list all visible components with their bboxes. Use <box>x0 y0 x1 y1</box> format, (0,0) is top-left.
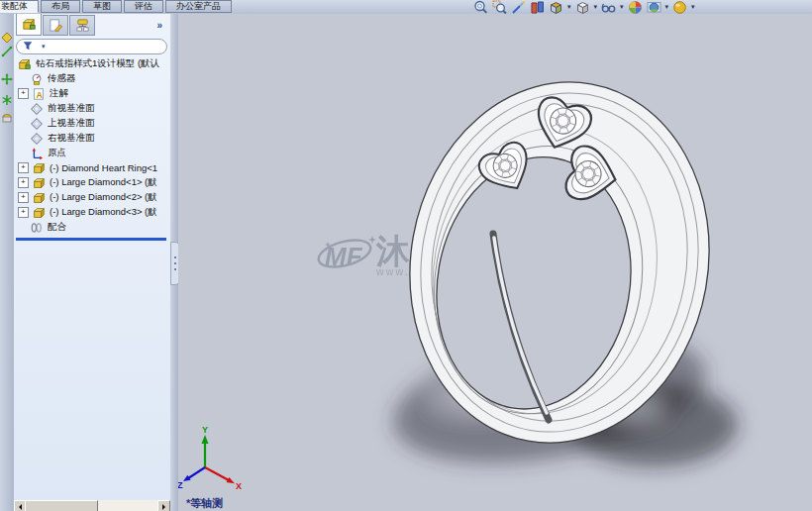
tree-row-large-diamond-2[interactable]: +(-) Large Diamond<2> (默 <box>14 190 170 205</box>
edit-appearance-icon[interactable] <box>628 0 643 15</box>
panel-tab-configuration-manager[interactable] <box>69 15 95 36</box>
tree-row-top-plane[interactable]: 上视基准面 <box>14 116 170 131</box>
expand-toggle-icon[interactable]: + <box>18 192 29 203</box>
scroll-right-button[interactable] <box>157 500 170 511</box>
ribbon-tab-office-products[interactable]: 办公室产品 <box>165 0 232 13</box>
svg-text:A: A <box>36 89 43 99</box>
plane-icon <box>30 102 44 116</box>
ribbon-tabs: 装配体布局草图评估办公室产品 <box>0 0 234 13</box>
route-sketch-icon[interactable] <box>1 44 13 55</box>
tree-row-label: 上视基准面 <box>48 117 95 130</box>
graphics-viewport[interactable]: MF 沐风网 www.mfcad.com <box>178 14 812 511</box>
tree-row-label: (-) Large Diamond<1> (默 <box>50 176 157 189</box>
zoom-to-fit-icon[interactable] <box>473 0 488 15</box>
annotations-icon: A <box>32 87 46 101</box>
part-icon <box>32 191 46 205</box>
display-style-icon[interactable] <box>575 0 590 15</box>
scrollbar-thumb[interactable] <box>25 500 98 511</box>
triad-x-label: X <box>236 481 242 491</box>
watermark-logo: MF <box>325 242 363 271</box>
tree-row-mates[interactable]: 配合 <box>14 220 170 235</box>
tree-row-label: 钻石戒指样式1设计模型 (默认 <box>36 57 159 70</box>
tree-row-label: (-) Large Diamond<2> (默 <box>50 191 157 204</box>
ribbon-tab-layout[interactable]: 布局 <box>41 0 80 13</box>
ribbon-tab-evaluate[interactable]: 评估 <box>124 0 163 13</box>
triad-z-label: Z <box>178 480 183 490</box>
ribbon-tab-sketch[interactable]: 草图 <box>82 0 122 13</box>
solidworks-window: 装配体布局草图评估办公室产品 ▾▾▾▾▾ » ▾ 钻石戒指样式1设计模型 (默认… <box>0 0 812 511</box>
ribbon-tab-bar: 装配体布局草图评估办公室产品 ▾▾▾▾▾ <box>0 0 812 15</box>
part-icon <box>32 176 46 190</box>
tree-row-right-plane[interactable]: 右视基准面 <box>14 131 170 146</box>
tree-row-annotations[interactable]: +A注解 <box>14 86 170 101</box>
tree-row-label: 前视基准面 <box>48 102 95 115</box>
filter-caret-icon[interactable]: ▾ <box>42 43 46 51</box>
tree-row-label: 右视基准面 <box>48 132 95 145</box>
part-icon <box>32 161 46 175</box>
featuremanager-tabs: » <box>14 14 170 36</box>
orientation-triad[interactable]: Y X Z <box>178 425 242 491</box>
tree-row-label: 注解 <box>50 87 68 100</box>
expand-toggle-icon[interactable]: + <box>18 88 29 99</box>
origin-icon <box>30 147 44 160</box>
assembly-icon <box>18 57 32 71</box>
zoom-to-area-icon[interactable] <box>492 0 507 15</box>
plane-icon <box>30 117 44 131</box>
panel-tab-design-tree[interactable] <box>16 14 42 36</box>
filter-funnel-icon <box>22 40 36 53</box>
panel-overflow-chevron[interactable]: » <box>156 20 162 31</box>
hide-show-items-icon[interactable] <box>601 0 616 15</box>
tree-row-front-plane[interactable]: 前视基准面 <box>14 101 170 116</box>
tree-row-sensors[interactable]: 传感器 <box>14 71 170 86</box>
expand-toggle-icon[interactable]: + <box>18 177 29 188</box>
part-icon <box>32 206 46 220</box>
assembly-toolbar <box>0 14 15 511</box>
expand-toggle-icon[interactable]: + <box>18 162 29 173</box>
tree-row-label: 原点 <box>48 147 66 159</box>
panel-horizontal-scrollbar[interactable] <box>14 500 170 511</box>
tree-row-large-diamond-3[interactable]: +(-) Large Diamond<3> (默 <box>14 205 170 220</box>
section-view-icon[interactable] <box>530 0 545 15</box>
apply-scene-icon[interactable] <box>647 0 661 15</box>
display-style-caret[interactable]: ▾ <box>594 0 598 14</box>
featuremanager-panel: » ▾ 钻石戒指样式1设计模型 (默认传感器+A注解前视基准面上视基准面右视基准… <box>14 14 170 511</box>
tree-row-origin[interactable]: 原点 <box>14 146 170 160</box>
panel-tab-property-manager[interactable] <box>43 15 68 36</box>
sensors-icon <box>30 72 44 86</box>
tree-row-label: 传感器 <box>48 72 76 85</box>
view-orientation-label: *等轴测 <box>186 496 223 511</box>
edit-component-icon[interactable] <box>1 30 13 42</box>
view-orientation-icon[interactable] <box>549 0 563 15</box>
assembly-features-icon[interactable] <box>1 92 13 104</box>
hide-show-items-caret[interactable]: ▾ <box>620 0 624 14</box>
feature-tree: 钻石戒指样式1设计模型 (默认传感器+A注解前视基准面上视基准面右视基准面原点+… <box>14 56 170 235</box>
tree-row-root[interactable]: 钻石戒指样式1设计模型 (默认 <box>14 56 170 71</box>
heads-up-view-toolbar: ▾▾▾▾▾ <box>473 0 695 14</box>
tree-row-diamond-heart-ring-1[interactable]: +(-) Diamond Heart Ring<1 <box>14 160 170 175</box>
apply-scene-caret[interactable]: ▾ <box>665 0 669 14</box>
mates-icon <box>30 221 44 235</box>
expand-toggle-icon[interactable]: + <box>18 207 29 218</box>
tree-row-large-diamond-1[interactable]: +(-) Large Diamond<1> (默 <box>14 175 170 190</box>
plane-icon <box>30 132 44 146</box>
mate-tool-icon[interactable] <box>1 111 13 123</box>
previous-view-icon[interactable] <box>511 0 526 15</box>
tree-row-label: (-) Large Diamond<3> (默 <box>50 206 157 219</box>
view-orientation-caret[interactable]: ▾ <box>567 0 571 14</box>
tree-filter-input[interactable]: ▾ <box>16 39 167 54</box>
tree-row-label: 配合 <box>48 221 66 234</box>
view-settings-caret[interactable]: ▾ <box>691 0 695 14</box>
triad-y-label: Y <box>202 425 208 435</box>
move-component-icon[interactable] <box>1 71 13 83</box>
tree-row-label: (-) Diamond Heart Ring<1 <box>50 162 157 173</box>
view-settings-icon[interactable] <box>672 0 687 15</box>
rollback-bar[interactable] <box>16 238 166 241</box>
ribbon-tab-assembly[interactable]: 装配体 <box>0 0 39 13</box>
